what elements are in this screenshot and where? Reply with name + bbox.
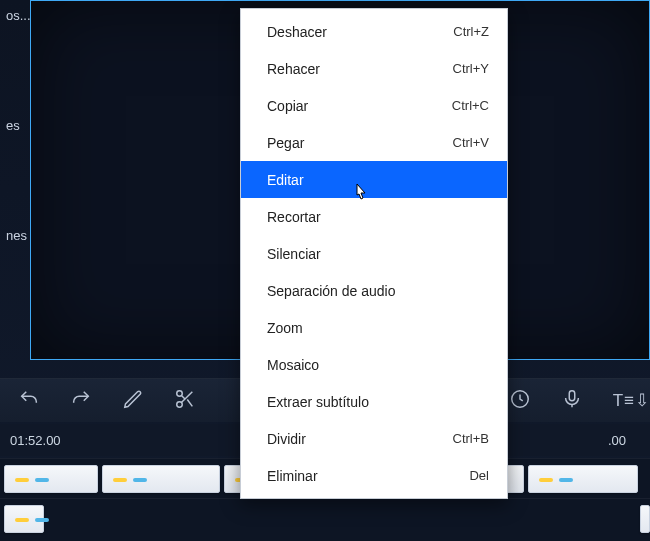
menu-item-shortcut: Del <box>469 468 489 483</box>
menu-item-dividir[interactable]: DividirCtrl+B <box>241 420 507 457</box>
timecode-left: 01:52.00 <box>10 433 61 448</box>
menu-item-rehacer[interactable]: RehacerCtrl+Y <box>241 50 507 87</box>
menu-item-label: Mosaico <box>267 357 319 373</box>
menu-item-label: Recortar <box>267 209 321 225</box>
menu-item-label: Silenciar <box>267 246 321 262</box>
timeline-clip[interactable] <box>4 505 44 533</box>
menu-item-copiar[interactable]: CopiarCtrl+C <box>241 87 507 124</box>
svg-point-1 <box>177 401 183 407</box>
timeline-clip[interactable] <box>640 505 650 533</box>
timecode-right: .00 <box>608 433 626 448</box>
scissors-icon[interactable] <box>174 388 196 414</box>
menu-item-label: Eliminar <box>267 468 318 484</box>
menu-item-recortar[interactable]: Recortar <box>241 198 507 235</box>
undo-icon[interactable] <box>18 388 40 414</box>
menu-item-label: Dividir <box>267 431 306 447</box>
svg-point-0 <box>177 390 183 396</box>
mic-icon[interactable] <box>561 388 583 414</box>
sidebar-fragment: nes <box>6 228 27 243</box>
menu-item-editar[interactable]: Editar <box>241 161 507 198</box>
context-menu: DeshacerCtrl+ZRehacerCtrl+YCopiarCtrl+CP… <box>240 8 508 499</box>
menu-item-zoom[interactable]: Zoom <box>241 309 507 346</box>
menu-item-label: Rehacer <box>267 61 320 77</box>
menu-item-mosaico[interactable]: Mosaico <box>241 346 507 383</box>
menu-item-shortcut: Ctrl+Y <box>453 61 489 76</box>
menu-item-label: Editar <box>267 172 304 188</box>
timeline-clip[interactable] <box>4 465 98 493</box>
menu-item-silenciar[interactable]: Silenciar <box>241 235 507 272</box>
menu-item-shortcut: Ctrl+Z <box>453 24 489 39</box>
timeline-clip[interactable] <box>528 465 638 493</box>
menu-item-separaci-n-de-audio[interactable]: Separación de audio <box>241 272 507 309</box>
clock-icon[interactable] <box>509 388 531 414</box>
menu-item-pegar[interactable]: PegarCtrl+V <box>241 124 507 161</box>
menu-item-label: Copiar <box>267 98 308 114</box>
svg-rect-3 <box>569 390 575 400</box>
track-row[interactable] <box>0 498 650 538</box>
menu-item-deshacer[interactable]: DeshacerCtrl+Z <box>241 13 507 50</box>
sidebar-fragment: es <box>6 118 20 133</box>
redo-icon[interactable] <box>70 388 92 414</box>
menu-item-label: Deshacer <box>267 24 327 40</box>
pencil-icon[interactable] <box>122 388 144 414</box>
menu-item-eliminar[interactable]: EliminarDel <box>241 457 507 494</box>
timeline-clip[interactable] <box>102 465 220 493</box>
menu-item-shortcut: Ctrl+C <box>452 98 489 113</box>
menu-item-label: Extraer subtítulo <box>267 394 369 410</box>
menu-item-label: Separación de audio <box>267 283 395 299</box>
text-to-speech-icon[interactable]: T≡⇩ <box>613 390 650 411</box>
menu-item-shortcut: Ctrl+B <box>453 431 489 446</box>
menu-item-label: Zoom <box>267 320 303 336</box>
menu-item-extraer-subt-tulo[interactable]: Extraer subtítulo <box>241 383 507 420</box>
menu-item-shortcut: Ctrl+V <box>453 135 489 150</box>
menu-item-label: Pegar <box>267 135 304 151</box>
sidebar-fragment: os... <box>6 8 31 23</box>
